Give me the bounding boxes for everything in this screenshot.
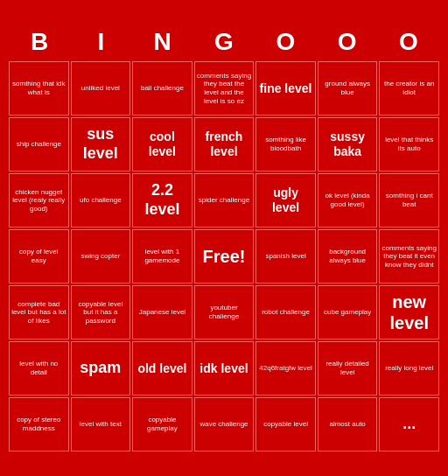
grid-cell: complete bad level but has a lot of like…: [9, 285, 69, 340]
grid-cell: spam: [71, 341, 131, 396]
grid-cell: cube gameplay: [318, 285, 378, 340]
grid-cell: ground always blue: [318, 61, 378, 116]
grid-cell: comments saying they beat it even know t…: [379, 229, 439, 284]
grid-cell: somthing like bloodbath: [256, 117, 316, 172]
grid-cell: copyable gameplay: [132, 397, 192, 452]
grid-cell: sus level: [71, 117, 131, 172]
grid-cell: robot challenge: [256, 285, 316, 340]
grid-cell: idk level: [194, 341, 255, 396]
grid-cell: sussy baka: [318, 117, 378, 172]
grid-cell: somthing that idk what is: [9, 61, 69, 116]
grid-cell: 2.2 level: [132, 173, 192, 228]
grid-cell: new level: [379, 285, 439, 340]
grid-cell: chicken nugget level (realy really good): [9, 173, 69, 228]
grid-cell: level that thinks its auto: [379, 117, 439, 172]
grid-cell: level with text: [71, 397, 131, 452]
grid-cell: fine level: [256, 61, 316, 116]
bingo-card: BINGOOO somthing that idk what isunliked…: [5, 21, 443, 455]
header-letter: B: [9, 24, 70, 60]
grid-cell: cool level: [132, 117, 192, 172]
grid-cell: youtuber challenge: [194, 285, 255, 340]
grid-cell: the creator is an idiot: [379, 61, 439, 116]
grid-cell: swing copter: [71, 229, 131, 284]
grid-cell: somthing i cant beat: [379, 173, 439, 228]
header-letter: O: [316, 24, 377, 60]
grid-cell: copyable level but it has a password: [71, 285, 131, 340]
grid-cell: Free!: [194, 229, 255, 284]
grid-cell: ball challenge: [132, 61, 192, 116]
grid-cell: level with no detail: [9, 341, 69, 396]
grid-cell: old level: [132, 341, 192, 396]
grid-cell: ugly level: [256, 173, 316, 228]
grid-cell: copy of stereo maddness: [9, 397, 69, 452]
header-letter: I: [70, 24, 131, 60]
grid-cell: french level: [194, 117, 255, 172]
grid-cell: copy of level easy: [9, 229, 69, 284]
grid-cell: spanish level: [256, 229, 316, 284]
grid-cell: comments saying they beat the level and …: [194, 61, 255, 116]
header-letter: O: [378, 24, 439, 60]
grid-cell: copyable level: [256, 397, 316, 452]
grid-cell: ufo challenge: [71, 173, 131, 228]
grid-cell: 42q6fratgfw level: [256, 341, 316, 396]
header-letter: G: [193, 24, 255, 60]
grid-cell: wave challenge: [194, 397, 255, 452]
grid-cell: background always blue: [318, 229, 378, 284]
bingo-header: BINGOOO: [9, 24, 439, 60]
bingo-grid: somthing that idk what isunliked levelba…: [9, 61, 439, 452]
grid-cell: unliked level: [71, 61, 131, 116]
grid-cell: ...: [379, 397, 439, 452]
grid-cell: almost auto: [318, 397, 378, 452]
grid-cell: really long level: [379, 341, 439, 396]
grid-cell: ok level (kinda good level): [318, 173, 378, 228]
grid-cell: ship challenge: [9, 117, 69, 172]
grid-cell: level with 1 gamemode: [132, 229, 192, 284]
grid-cell: Japanese level: [132, 285, 192, 340]
grid-cell: spider challenge: [194, 173, 255, 228]
grid-cell: really detailed level: [318, 341, 378, 396]
header-letter: N: [132, 24, 193, 60]
header-letter: O: [255, 24, 316, 60]
